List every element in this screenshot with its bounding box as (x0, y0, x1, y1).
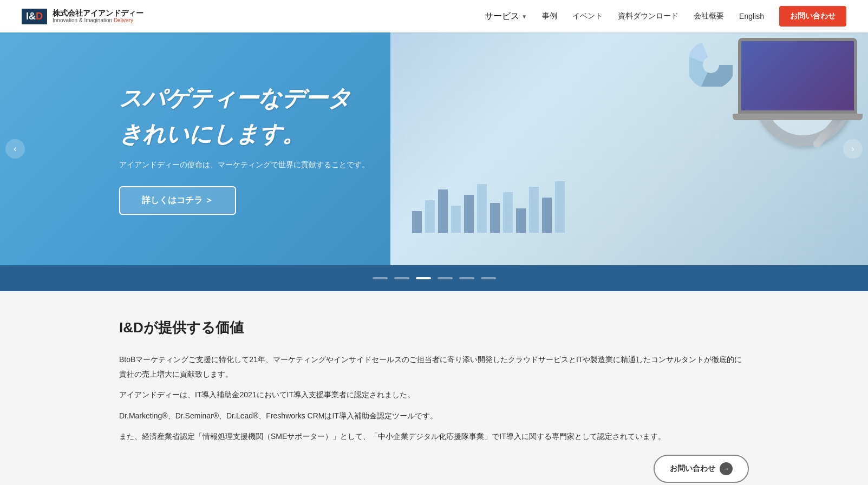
nav-event[interactable]: イベント (572, 11, 603, 21)
hero-cta-button[interactable]: 詳しくはコチラ ＞ (119, 186, 236, 215)
dot-6[interactable] (481, 277, 496, 279)
section-body-1: BtoBマーケティングご支援に特化して21年、マーケティングやインサイドセールス… (119, 352, 749, 381)
dot-5[interactable] (459, 277, 474, 279)
circle-arrow-icon: → (720, 462, 733, 475)
section-body-3: Dr.Marketing®、Dr.Seminar®、Dr.Lead®、Fresh… (119, 409, 749, 423)
hero-title-line1: スパゲティーなデータ (119, 83, 428, 115)
laptop-icon (738, 38, 868, 135)
section-body-2: アイアンドディーは、IT導入補助金2021においてIT導入支援事業者に認定されま… (119, 388, 749, 402)
pie-chart-icon (689, 43, 733, 87)
header-contact-button[interactable]: お問い合わせ (779, 6, 846, 27)
logo-text: 株式会社アイアンドディー Innovation & Imagination De… (53, 9, 143, 24)
dot-2[interactable] (394, 277, 409, 279)
logo-text-ja: 株式会社アイアンドディー (53, 9, 143, 18)
nav-service[interactable]: サービス ▼ (485, 11, 527, 22)
hero-next-arrow[interactable]: › (843, 139, 863, 159)
hero-section: スパゲティーなデータ きれいにします。 アイアンドディーの使命は、マーケティング… (0, 32, 868, 265)
hero-subtitle: アイアンドディーの使命は、マーケティングで世界に貢献することです。 (119, 160, 428, 170)
logo-text-en: Innovation & Imagination Delivery (53, 17, 143, 24)
chart-bars (412, 181, 565, 233)
dot-4[interactable] (438, 277, 453, 279)
hero-prev-arrow[interactable]: ‹ (5, 139, 25, 159)
logo[interactable]: I&D 株式会社アイアンドディー Innovation & Imaginatio… (22, 9, 143, 24)
hero-background-image (390, 32, 868, 265)
nav-english[interactable]: English (739, 12, 764, 21)
nav-service-label: サービス (485, 11, 519, 22)
nav-about[interactable]: 会社概要 (694, 11, 724, 21)
logo-badge: I&D (22, 9, 47, 24)
chevron-down-icon: ▼ (521, 14, 527, 19)
contact-bottom-row: お問い合わせ → (119, 455, 749, 483)
hero-title-line2: きれいにします。 (119, 119, 428, 149)
nav-case[interactable]: 事例 (542, 11, 557, 21)
nav-download[interactable]: 資料ダウンロード (618, 11, 678, 21)
dot-1[interactable] (373, 277, 388, 279)
bottom-contact-button[interactable]: お問い合わせ → (654, 455, 749, 483)
main-nav: サービス ▼ 事例 イベント 資料ダウンロード 会社概要 English お問い… (485, 6, 846, 27)
header: I&D 株式会社アイアンドディー Innovation & Imaginatio… (0, 0, 868, 32)
hero-dots (0, 265, 868, 291)
main-content: I&Dが提供する価値 BtoBマーケティングご支援に特化して21年、マーケティン… (0, 291, 868, 485)
bottom-contact-label: お問い合わせ (670, 464, 715, 474)
section-title: I&Dが提供する価値 (119, 318, 749, 337)
section-body-4: また、経済産業省認定「情報処理支援機関（SMEサポーター）」として、「中小企業デ… (119, 429, 749, 444)
dot-3[interactable] (416, 277, 431, 279)
